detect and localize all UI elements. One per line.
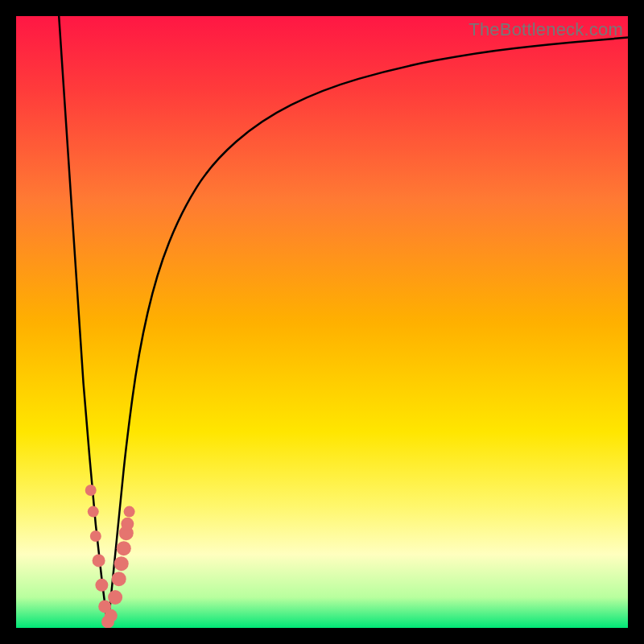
curve-right — [108, 38, 628, 628]
scatter-point — [124, 506, 135, 518]
plot-svg — [16, 16, 628, 628]
scatter-group — [85, 485, 135, 628]
scatter-point — [112, 572, 126, 586]
scatter-point — [108, 590, 122, 605]
scatter-point — [114, 556, 129, 571]
scatter-point — [121, 518, 134, 530]
scatter-point — [117, 541, 131, 555]
plot-frame — [16, 16, 628, 628]
scatter-point — [88, 506, 99, 518]
watermark-text: TheBottleneck.com — [469, 19, 623, 40]
scatter-point — [93, 554, 105, 567]
scatter-point — [90, 530, 101, 542]
scatter-point — [95, 579, 108, 592]
scatter-point — [85, 485, 97, 496]
scatter-point — [105, 609, 118, 622]
